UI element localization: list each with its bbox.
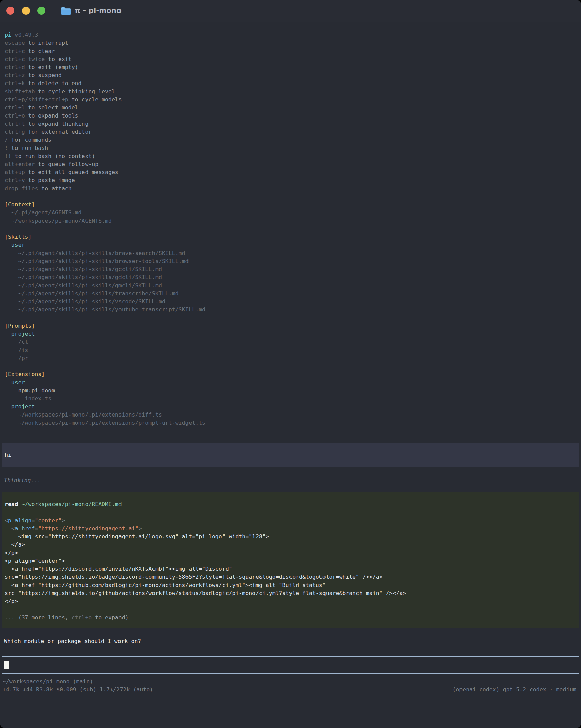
terminal-line: read ~/workspaces/pi-mono/README.md — [5, 500, 576, 509]
zoom-button[interactable] — [37, 7, 46, 15]
window-titlebar: π - pi-mono — [0, 0, 581, 22]
text-segment: ~/.pi/agent/AGENTS.md — [5, 209, 81, 216]
terminal-content: pi v0.49.3escape to interruptctrl+c to c… — [0, 31, 581, 694]
text-segment: ctrl+g — [5, 129, 25, 135]
text-segment: > — [61, 517, 65, 524]
terminal-line: ctrl+c to clear — [5, 47, 581, 55]
text-segment: to expand thinking — [25, 121, 88, 127]
terminal-line — [5, 225, 581, 233]
terminal-line: shift+tab to cycle thinking level — [5, 87, 581, 96]
terminal-line: ~/.pi/agent/skills/pi-skills/gdcli/SKILL… — [5, 274, 581, 282]
terminal-line: !! to run bash (no context) — [5, 152, 581, 160]
close-button[interactable] — [6, 7, 15, 15]
terminal-line: ctrl+z to suspend — [5, 71, 581, 79]
text-segment: <img src="https://shittycodingagent.ai/l… — [5, 534, 269, 540]
text-segment: = — [31, 517, 35, 524]
terminal-line: ~/workspaces/pi-mono/.pi/extensions/diff… — [5, 411, 581, 419]
terminal-line: src="https://img.shields.io/badge/discor… — [5, 573, 576, 581]
terminal-line: <p align="center"> — [5, 517, 576, 525]
prompt-input[interactable] — [2, 656, 579, 674]
terminal-line — [5, 509, 576, 517]
terminal-line: /is — [5, 346, 581, 354]
text-segment: ~/.pi/agent/skills/pi-skills/browser-too… — [5, 258, 188, 264]
text-segment: read — [5, 501, 18, 508]
terminal-line: <a href="https://github.com/badlogic/pi-… — [5, 581, 576, 589]
text-segment: ctrl+o — [72, 614, 92, 621]
text-segment: ctrl+v — [5, 177, 25, 183]
terminal-window: π - pi-mono pi v0.49.3escape to interrup… — [0, 0, 581, 728]
minimize-button[interactable] — [22, 7, 30, 15]
folder-icon — [60, 6, 71, 15]
text-segment: src="https://img.shields.io/github/actio… — [5, 590, 406, 596]
text-segment: ~/.pi/agent/skills/pi-skills/gmcli/SKILL… — [5, 282, 162, 289]
text-cursor — [4, 661, 9, 669]
terminal-line: user — [5, 241, 581, 249]
text-segment: alt+up — [5, 169, 25, 176]
text-segment: to suspend — [25, 72, 61, 78]
text-segment: [Skills] — [5, 234, 31, 240]
text-segment: ~/.pi/agent/skills/pi-skills/gdcli/SKILL… — [5, 274, 162, 281]
terminal-line: ~/workspaces/pi-mono/AGENTS.md — [5, 217, 581, 225]
terminal-line: [Extensions] — [5, 370, 581, 379]
text-segment: for commands — [8, 137, 52, 143]
text-segment: user — [5, 242, 25, 248]
terminal-line: alt+up to edit all queued messages — [5, 168, 581, 177]
text-segment: </p> — [5, 549, 18, 556]
text-segment: "center" — [35, 517, 61, 524]
user-message: hi — [2, 443, 579, 467]
text-segment: to run bash (no context) — [11, 153, 95, 159]
text-segment: </p> — [5, 598, 18, 604]
text-segment: href — [22, 525, 35, 532]
text-segment: to queue follow-up — [35, 161, 98, 167]
text-segment: <a href="https://github.com/badlogic/pi-… — [5, 582, 326, 588]
text-segment: ~/.pi/agent/skills/pi-skills/transcribe/… — [5, 290, 179, 297]
help-text: pi v0.49.3escape to interruptctrl+c to c… — [0, 31, 581, 192]
text-segment: [Prompts] — [5, 322, 35, 329]
text-segment: src="https://img.shields.io/badge/discor… — [5, 574, 383, 580]
text-segment: shift+tab — [5, 88, 35, 95]
text-segment: [Extensions] — [5, 371, 45, 378]
terminal-line: <img src="https://shittycodingagent.ai/l… — [5, 533, 576, 541]
terminal-line: [Skills] — [5, 233, 581, 241]
text-segment: to expand tools — [25, 112, 78, 119]
terminal-line: project — [5, 403, 581, 411]
window-title: π - pi-mono — [75, 7, 122, 15]
text-segment: /is — [5, 347, 28, 353]
terminal-line: project — [5, 330, 581, 338]
terminal-line: ~/.pi/agent/skills/pi-skills/gccli/SKILL… — [5, 265, 581, 274]
terminal-line: ctrl+p/shift+ctrl+p to cycle models — [5, 96, 581, 104]
text-segment: ~/workspaces/pi-mono/AGENTS.md — [5, 217, 112, 224]
terminal-line: ~/workspaces/pi-mono (main) — [0, 677, 581, 685]
text-segment: ctrl+p/shift+ctrl+p — [5, 96, 68, 103]
text-segment: ! — [5, 145, 8, 151]
terminal-line: ! to run bash — [5, 144, 581, 152]
text-segment: escape — [5, 40, 25, 46]
terminal-line: / for commands — [5, 136, 581, 144]
terminal-line: /cl — [5, 338, 581, 346]
text-segment: !! — [5, 153, 11, 159]
text-segment — [11, 517, 15, 524]
text-segment: to cycle thinking level — [35, 88, 115, 95]
terminal-line: npm:pi-doom — [5, 387, 581, 395]
terminal-line: ~/.pi/agent/skills/pi-skills/transcribe/… — [5, 290, 581, 298]
text-segment: user — [5, 379, 25, 386]
text-segment: alt+enter — [5, 161, 35, 167]
terminal-line: ctrl+l to select model — [5, 104, 581, 112]
terminal-line: [Prompts] — [5, 322, 581, 330]
text-segment: to exit (empty) — [25, 64, 78, 70]
text-segment — [18, 525, 22, 532]
text-segment: to clear — [25, 48, 55, 54]
text-segment: ~/workspaces/pi-mono/.pi/extensions/prom… — [5, 420, 205, 426]
terminal-line — [5, 362, 581, 370]
text-segment: <p align="center"> — [5, 557, 65, 564]
text-segment: to exit — [45, 56, 71, 62]
terminal-line: ~/.pi/agent/skills/pi-skills/browser-too… — [5, 257, 581, 265]
text-segment: to expand) — [91, 614, 128, 621]
terminal-line: <a href="https://discord.com/invite/nKXT… — [5, 565, 576, 573]
text-segment: v0.49.3 — [11, 32, 38, 38]
text-segment: to edit all queued messages — [25, 169, 118, 176]
tool-call-read: read ~/workspaces/pi-mono/README.md<p al… — [2, 492, 579, 628]
text-segment: / — [5, 137, 8, 143]
terminal-line: ctrl+c twice to exit — [5, 55, 581, 63]
terminal-line: alt+enter to queue follow-up — [5, 160, 581, 168]
